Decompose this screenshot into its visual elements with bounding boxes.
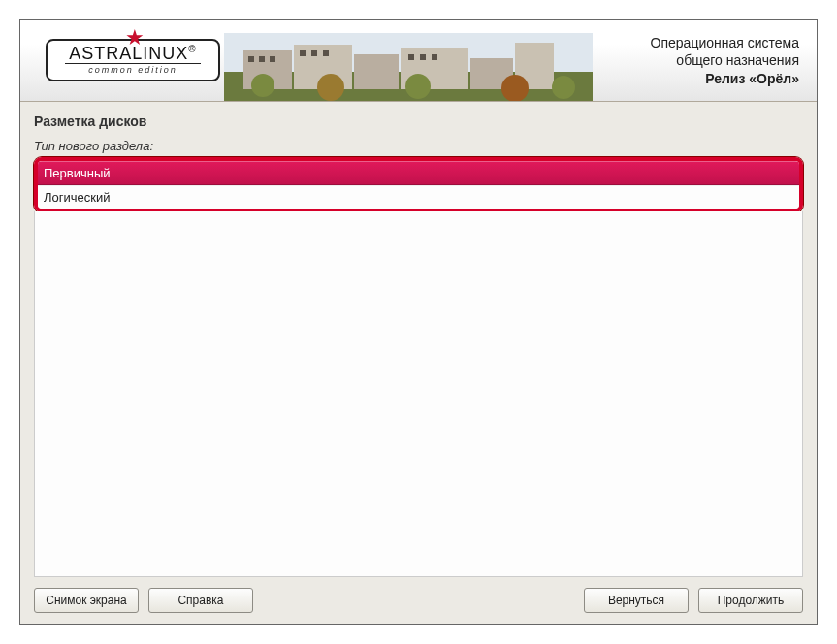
option-primary[interactable]: Первичный xyxy=(38,161,799,185)
page-title: Разметка дисков xyxy=(34,113,803,129)
svg-point-20 xyxy=(501,75,529,101)
svg-rect-10 xyxy=(270,56,275,62)
svg-rect-8 xyxy=(248,56,254,62)
continue-button[interactable]: Продолжить xyxy=(698,588,803,613)
help-button[interactable]: Справка xyxy=(148,588,253,613)
svg-rect-13 xyxy=(323,50,329,56)
svg-point-17 xyxy=(251,74,274,97)
installer-window: ★ Astralinux® common edition xyxy=(19,19,818,625)
banner-line1: Операционная система xyxy=(651,34,799,51)
svg-rect-16 xyxy=(432,54,437,60)
svg-point-18 xyxy=(317,74,344,101)
prompt-label: Тип нового раздела: xyxy=(34,139,803,153)
cityscape-image xyxy=(224,33,593,101)
star-icon: ★ xyxy=(125,25,145,50)
banner: ★ Astralinux® common edition xyxy=(20,20,817,102)
svg-point-19 xyxy=(405,74,431,99)
footer: Снимок экрана Справка Вернуться Продолжи… xyxy=(20,577,817,624)
empty-list-area xyxy=(34,211,803,577)
logo-edition: common edition xyxy=(65,63,202,75)
partition-type-list: Первичный Логический xyxy=(34,157,803,212)
svg-rect-9 xyxy=(259,56,265,62)
back-button[interactable]: Вернуться xyxy=(584,588,689,613)
svg-rect-11 xyxy=(300,50,306,56)
svg-rect-14 xyxy=(408,54,414,60)
svg-point-21 xyxy=(552,76,575,99)
banner-text: Операционная система общего назначения Р… xyxy=(651,34,799,87)
banner-line2: общего назначения xyxy=(651,51,799,69)
svg-rect-12 xyxy=(311,50,317,56)
logo: ★ Astralinux® common edition xyxy=(38,33,232,89)
svg-rect-4 xyxy=(354,54,399,89)
banner-release: Релиз «Орёл» xyxy=(651,70,799,87)
footer-right-buttons: Вернуться Продолжить xyxy=(584,588,803,613)
svg-rect-15 xyxy=(420,54,426,60)
option-logical[interactable]: Логический xyxy=(38,185,799,209)
footer-left-buttons: Снимок экрана Справка xyxy=(34,588,253,613)
content-area: Разметка дисков Тип нового раздела: Перв… xyxy=(20,102,817,577)
screenshot-button[interactable]: Снимок экрана xyxy=(34,588,139,613)
